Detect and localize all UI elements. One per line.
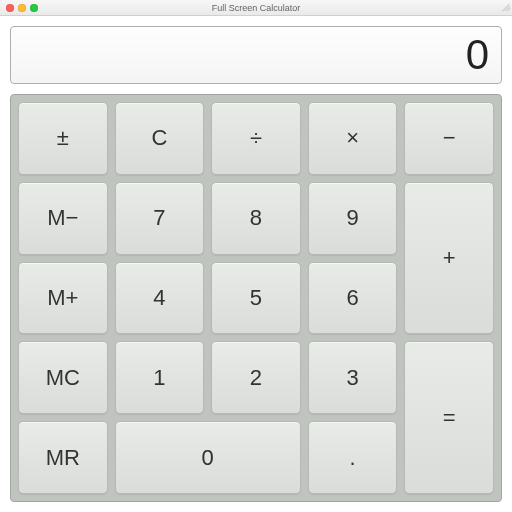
decimal-button[interactable]: .: [308, 421, 398, 494]
digit-1-button[interactable]: 1: [115, 341, 205, 414]
digit-4-button[interactable]: 4: [115, 262, 205, 335]
window-controls: [6, 4, 38, 12]
resize-grip-icon[interactable]: [502, 3, 510, 11]
digit-2-button[interactable]: 2: [211, 341, 301, 414]
minus-button[interactable]: −: [404, 102, 494, 175]
window-titlebar: Full Screen Calculator: [0, 0, 512, 16]
minimize-icon[interactable]: [18, 4, 26, 12]
memory-minus-button[interactable]: M−: [18, 182, 108, 255]
digit-3-button[interactable]: 3: [308, 341, 398, 414]
divide-button[interactable]: ÷: [211, 102, 301, 175]
clear-button[interactable]: C: [115, 102, 205, 175]
zoom-icon[interactable]: [30, 4, 38, 12]
digit-9-button[interactable]: 9: [308, 182, 398, 255]
digit-6-button[interactable]: 6: [308, 262, 398, 335]
display: 0: [10, 26, 502, 84]
memory-recall-button[interactable]: MR: [18, 421, 108, 494]
plus-button[interactable]: +: [404, 182, 494, 335]
window-title: Full Screen Calculator: [0, 3, 512, 13]
digit-0-button[interactable]: 0: [115, 421, 301, 494]
equals-button[interactable]: =: [404, 341, 494, 494]
plus-minus-button[interactable]: ±: [18, 102, 108, 175]
keypad: ± C ÷ × − M− 7 8 9 + M+ 4 5 6 MC 1 2 3 =…: [10, 94, 502, 502]
memory-clear-button[interactable]: MC: [18, 341, 108, 414]
calculator-body: 0 ± C ÷ × − M− 7 8 9 + M+ 4 5 6 MC 1 2 3…: [0, 16, 512, 512]
digit-7-button[interactable]: 7: [115, 182, 205, 255]
close-icon[interactable]: [6, 4, 14, 12]
digit-8-button[interactable]: 8: [211, 182, 301, 255]
digit-5-button[interactable]: 5: [211, 262, 301, 335]
multiply-button[interactable]: ×: [308, 102, 398, 175]
memory-plus-button[interactable]: M+: [18, 262, 108, 335]
